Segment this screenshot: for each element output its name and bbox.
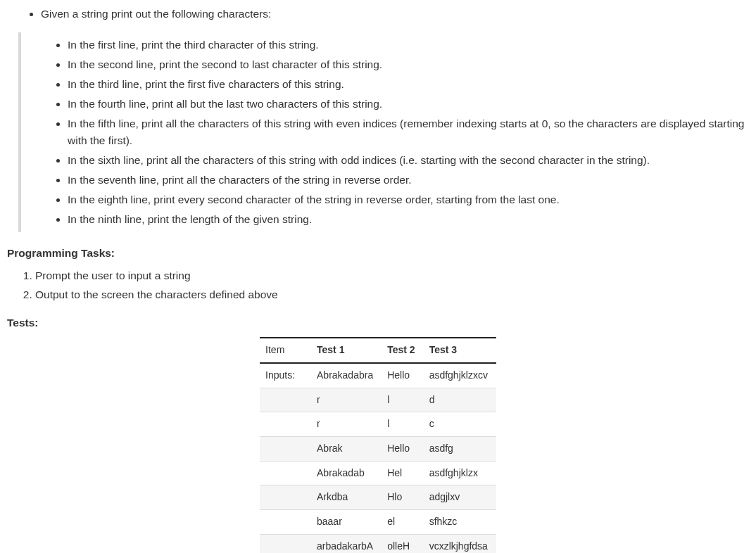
instruction-item: In the fifth line, print all the charact… — [68, 115, 749, 149]
table-header-row: Item Test 1 Test 2 Test 3 — [260, 338, 496, 363]
table-cell: Hlo — [382, 485, 423, 510]
table-row: Arkdba Hlo adgjlxv — [260, 485, 496, 510]
table-body: Inputs: Abrakadabra Hello asdfghjklzxcv … — [260, 363, 496, 553]
instruction-block: In the first line, print the third chara… — [18, 32, 749, 232]
instruction-item: In the seventh line, print all the chara… — [68, 172, 749, 189]
instruction-item: In the fourth line, print all but the la… — [68, 96, 749, 113]
table-cell: Abrak — [311, 436, 382, 461]
table-cell: baaar — [311, 510, 382, 535]
instruction-item: In the second line, print the second to … — [68, 56, 749, 73]
instruction-list: In the first line, print the third chara… — [34, 37, 749, 228]
table-row: r l d — [260, 388, 496, 412]
table-cell: olleH — [382, 534, 423, 553]
table-cell — [260, 461, 311, 485]
table-cell: Hello — [382, 363, 423, 388]
table-cell: Hello — [382, 436, 423, 461]
tests-table: Item Test 1 Test 2 Test 3 Inputs: Abraka… — [260, 337, 496, 553]
tasks-list: Prompt the user to input a string Output… — [7, 267, 749, 303]
intro-item: Given a string print out the following c… — [41, 6, 749, 23]
table-cell: r — [311, 388, 382, 412]
table-cell: Abrakadab — [311, 461, 382, 485]
table-cell: c — [424, 412, 496, 437]
instruction-item: In the ninth line, print the length of t… — [68, 211, 749, 228]
table-cell: asdfghjklzxcv — [424, 363, 496, 388]
table-header-cell: Test 2 — [382, 338, 423, 363]
intro-list: Given a string print out the following c… — [7, 6, 749, 23]
instruction-item: In the sixth line, print all the charact… — [68, 152, 749, 169]
table-cell: Abrakadabra — [311, 363, 382, 388]
table-header-cell: Test 3 — [424, 338, 496, 363]
table-row: Abrakadab Hel asdfghjklzx — [260, 461, 496, 485]
table-cell: adgjlxv — [424, 485, 496, 510]
table-cell: Inputs: — [260, 363, 311, 388]
tests-heading: Tests: — [7, 314, 749, 331]
table-cell: asdfg — [424, 436, 496, 461]
table-cell: d — [424, 388, 496, 412]
instruction-item: In the third line, print the first five … — [68, 76, 749, 93]
task-item: Prompt the user to input a string — [35, 267, 749, 284]
table-cell: sfhkzc — [424, 510, 496, 535]
table-header-cell: Test 1 — [311, 338, 382, 363]
table-cell — [260, 412, 311, 437]
table-cell: vcxzlkjhgfdsa — [424, 534, 496, 553]
table-cell: l — [382, 388, 423, 412]
table-cell: Hel — [382, 461, 423, 485]
tasks-heading: Programming Tasks: — [7, 245, 749, 262]
table-cell — [260, 485, 311, 510]
table-row: r l c — [260, 412, 496, 437]
table-row: baaar el sfhkzc — [260, 510, 496, 535]
instruction-item: In the first line, print the third chara… — [68, 37, 749, 53]
table-row: Abrak Hello asdfg — [260, 436, 496, 461]
tests-table-wrapper: Item Test 1 Test 2 Test 3 Inputs: Abraka… — [7, 337, 749, 553]
task-item: Output to the screen the characters defi… — [35, 286, 749, 303]
table-cell: Arkdba — [311, 485, 382, 510]
table-row: arbadakarbA olleH vcxzlkjhgfdsa — [260, 534, 496, 553]
table-cell: el — [382, 510, 423, 535]
table-cell — [260, 510, 311, 535]
table-cell: r — [311, 412, 382, 437]
table-cell: arbadakarbA — [311, 534, 382, 553]
table-cell: l — [382, 412, 423, 437]
table-cell — [260, 534, 311, 553]
table-cell — [260, 436, 311, 461]
instruction-item: In the eighth line, print every second c… — [68, 191, 749, 208]
table-cell: asdfghjklzx — [424, 461, 496, 485]
table-cell — [260, 388, 311, 412]
table-row: Inputs: Abrakadabra Hello asdfghjklzxcv — [260, 363, 496, 388]
table-header-cell: Item — [260, 338, 311, 363]
